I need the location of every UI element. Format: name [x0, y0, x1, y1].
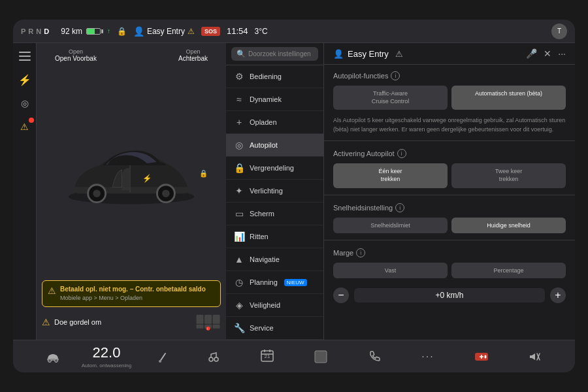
divider-2 [324, 195, 575, 195]
scherm-icon: ▭ [234, 208, 244, 219]
game-icon [474, 351, 489, 363]
bottom-calendar[interactable]: 21 [240, 348, 294, 365]
margin-title: Marge i [324, 242, 575, 260]
svg-rect-16 [213, 315, 220, 324]
battery-icon [86, 28, 103, 35]
menu-item-vergrendeling[interactable]: 🔒 Vergrendeling [226, 157, 323, 180]
speed-limit-btn[interactable]: Snelheidslimiet [333, 218, 448, 233]
menu-item-bediening[interactable]: ⚙ Bediening [226, 65, 323, 88]
menu-item-dynamiek[interactable]: ≈ Dynamiek [226, 88, 323, 111]
sidebar-icon-tires[interactable]: ◎ [16, 94, 34, 112]
verlichting-label: Verlichting [250, 187, 283, 195]
clock: 11:54 [227, 26, 248, 36]
menu-item-verlichting[interactable]: ✦ Verlichting [226, 180, 323, 203]
warning-box: ⚠ Betaald opl. niet mog. – Contr. onbeta… [42, 280, 221, 307]
speed-setting-label: Snelheidsinstelling [333, 204, 393, 212]
gear-r: R [28, 27, 33, 35]
fixed-btn[interactable]: Vast [333, 263, 448, 278]
svg-rect-13 [197, 325, 204, 329]
percentage-btn[interactable]: Percentage [451, 263, 566, 278]
settings-panel: 👤 Easy Entry ⚠ 🎤 ✕ ··· Autopilot-functie… [324, 43, 575, 340]
settings-title: Easy Entry [348, 49, 389, 59]
new-badge: NIEUW [284, 279, 307, 286]
bottom-nav[interactable] [294, 350, 348, 364]
bottom-volume[interactable] [508, 351, 562, 363]
svg-point-21 [55, 359, 58, 362]
menu-item-veiligheid[interactable]: ◈ Veiligheid [226, 294, 323, 317]
speed-stepper: − +0 km/h + [324, 284, 575, 307]
wiper-icon [152, 351, 168, 363]
info-icon-activating[interactable]: i [397, 149, 406, 158]
svg-text:⚡: ⚡ [142, 174, 152, 183]
sidebar-icon-alert[interactable]: ⚠ [16, 118, 34, 136]
menu-item-opladen[interactable]: + Opladen [226, 111, 323, 134]
svg-rect-2 [19, 59, 31, 61]
sos-button[interactable]: SOS [201, 27, 220, 36]
info-icon-speed[interactable]: i [395, 203, 404, 212]
seatbelt-text: Doe gordel om [54, 318, 101, 326]
climate-label: Autom. ontwassening [82, 363, 132, 368]
svg-text:🔒: 🔒 [199, 169, 208, 178]
more-icon[interactable]: ··· [558, 48, 566, 59]
speed-increase-button[interactable]: + [550, 287, 566, 303]
tesla-screen: P R N D 92 km ↑ 🔒 👤 Easy Entry ⚠ SOS 11:… [13, 20, 575, 372]
easy-entry-status: 👤 Easy Entry ⚠ [133, 26, 195, 37]
two-pull-btn[interactable]: Twee keertrekken [451, 163, 566, 188]
front-trunk-label: Open Open Voorbak [55, 48, 97, 62]
svg-rect-12 [197, 315, 204, 324]
gear-selector: P R N D [21, 27, 49, 35]
menu-item-ritten[interactable]: 📊 Ritten [226, 225, 323, 248]
search-input[interactable]: 🔍 Doorzoek instellingen [231, 47, 318, 61]
menu-item-navigatie[interactable]: ▲ Navigatie [226, 248, 323, 271]
mic-icon[interactable]: 🎤 [526, 48, 537, 59]
menu-item-autopilot[interactable]: ◎ Autopilot [226, 134, 323, 157]
svg-point-22 [159, 360, 161, 363]
info-icon-margin[interactable]: i [356, 248, 365, 257]
service-icon: 🔧 [234, 323, 244, 333]
auto-steer-btn[interactable]: Automatisch sturen (bèta) [451, 86, 566, 110]
svg-rect-14 [204, 315, 212, 324]
service-label: Service [250, 324, 274, 332]
bottom-media[interactable] [187, 351, 240, 363]
menu-panel: 🔍 Doorzoek instellingen ⚙ Bediening ≈ Dy… [226, 43, 324, 340]
person-icon-header: 👤 [333, 49, 344, 59]
bottom-game[interactable] [455, 351, 508, 363]
menu-item-planning[interactable]: ◷ Planning NIEUW [226, 271, 323, 294]
settings-header: 👤 Easy Entry ⚠ 🎤 ✕ ··· [324, 43, 575, 65]
sidebar-icon-menu[interactable] [16, 47, 34, 65]
svg-rect-1 [19, 56, 31, 57]
easy-entry-label: Easy Entry [147, 27, 185, 36]
opladen-icon: + [234, 117, 244, 127]
car-image: ⚡ 🔒 [42, 65, 221, 278]
battery-km: 92 km [61, 27, 82, 36]
traffic-aware-btn[interactable]: Traffic-AwareCruise Control [333, 86, 448, 110]
veiligheid-icon: ◈ [234, 300, 244, 310]
vergrendeling-label: Vergrendeling [250, 164, 294, 172]
gear-d: D [44, 27, 49, 35]
media-icon [206, 351, 221, 363]
autopilot-label: Autopilot [250, 141, 278, 149]
svg-point-24 [214, 357, 218, 361]
menu-item-scherm[interactable]: ▭ Scherm [226, 203, 323, 225]
navigatie-label: Navigatie [250, 255, 280, 263]
warning-triangle-icon: ⚠ [48, 286, 56, 296]
sidebar-icon-energy[interactable]: ⚡ [16, 71, 34, 89]
alert-icon: ⚠ [188, 27, 195, 36]
close-icon[interactable]: ✕ [544, 48, 551, 59]
one-pull-btn[interactable]: Één keertrekken [333, 163, 448, 188]
bottom-climate: 22.0 Autom. ontwassening [80, 344, 133, 368]
menu-item-service[interactable]: 🔧 Service [226, 317, 323, 340]
avatar[interactable]: T [551, 24, 567, 39]
autopilot-functions-title: Autopilot-functies i [324, 65, 575, 83]
bottom-phone[interactable] [348, 350, 401, 363]
bottom-more[interactable]: ··· [401, 351, 455, 363]
seatbelt-warning: ⚠ Doe gordel om ! [42, 310, 221, 335]
info-icon-autopilot[interactable]: i [391, 71, 400, 80]
current-speed-btn[interactable]: Huidige snelheid [451, 218, 566, 233]
bottom-wiper[interactable] [133, 351, 187, 363]
speed-decrease-button[interactable]: − [333, 287, 349, 303]
lock-icon: 🔒 [117, 27, 127, 36]
bottom-car[interactable] [26, 351, 80, 363]
calendar-date: 21 [265, 353, 270, 359]
svg-point-23 [209, 357, 213, 361]
